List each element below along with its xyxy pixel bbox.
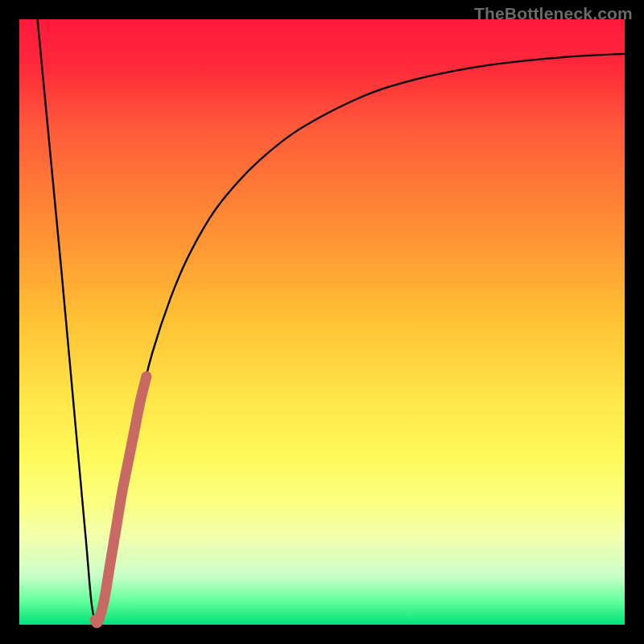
recommended-range-highlight	[95, 377, 147, 623]
chart-frame: TheBottleneck.com	[0, 0, 644, 644]
bottleneck-curve	[38, 19, 625, 625]
chart-svg-overlay	[0, 0, 644, 644]
